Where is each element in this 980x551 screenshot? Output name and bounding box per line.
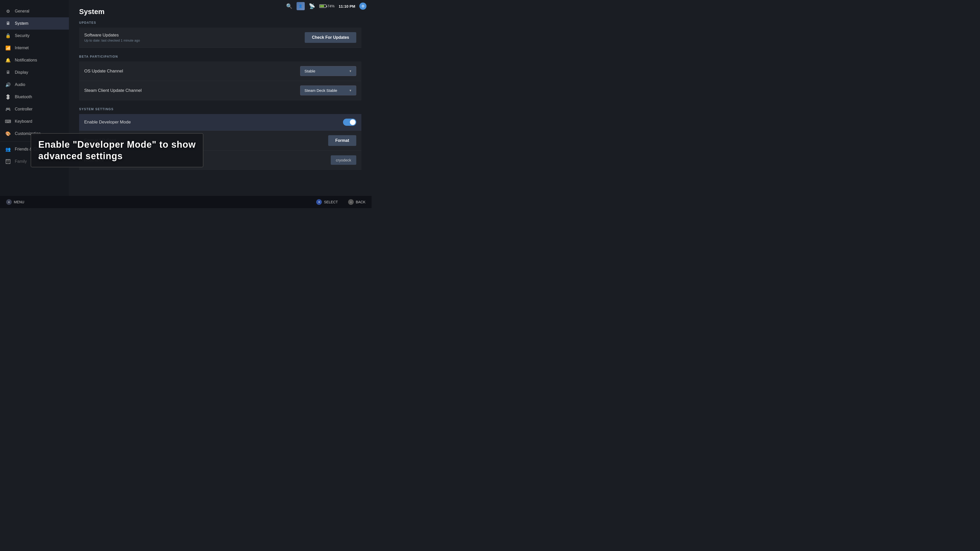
tooltip-text: Enable "Developer Mode" to showadvanced … <box>38 139 196 162</box>
steam-client-dropdown[interactable]: Steam Deck Stable ▼ <box>300 86 356 95</box>
check-updates-button[interactable]: Check For Updates <box>305 32 356 43</box>
bluetooth-icon <box>5 94 11 100</box>
sidebar-label-general: General <box>15 9 29 14</box>
hostname-value: cryodeck <box>331 156 356 165</box>
audio-icon: 🔊 <box>5 82 11 87</box>
sidebar-item-system[interactable]: 🖥 System <box>0 17 69 30</box>
x-icon: ✕ <box>316 199 322 205</box>
menu-label: MENU <box>14 200 24 204</box>
os-channel-row: OS Update Channel Stable ▼ <box>79 62 361 81</box>
sidebar-item-controller[interactable]: 🎮 Controller <box>0 103 69 115</box>
stream-icon: 📡 <box>309 3 315 9</box>
select-label: SELECT <box>324 200 338 204</box>
os-channel-value: Stable <box>304 69 315 73</box>
format-button[interactable]: Format <box>328 135 356 146</box>
sidebar-item-notifications[interactable]: 🔔 Notifications <box>0 54 69 66</box>
menu-action[interactable]: ≡ MENU <box>6 199 24 205</box>
battery-icon <box>319 4 326 8</box>
back-action[interactable]: ○ BACK <box>348 199 366 205</box>
sidebar-label-controller: Controller <box>15 107 32 111</box>
sidebar-label-system: System <box>15 21 28 26</box>
system-settings-header: SYSTEM SETTINGS <box>79 107 361 111</box>
sidebar-label-audio: Audio <box>15 83 25 87</box>
select-action[interactable]: ✕ SELECT <box>316 199 338 205</box>
display-icon: 🖥 <box>5 70 11 75</box>
playstation-menu-icon: ≡ <box>6 199 12 205</box>
avatar[interactable]: 👤 <box>297 2 305 10</box>
sidebar-item-general[interactable]: ⚙ General <box>0 5 69 17</box>
steam-client-channel-label: Steam Client Update Channel <box>84 88 142 93</box>
internet-icon: 📶 <box>5 45 11 51</box>
developer-mode-label: Enable Developer Mode <box>84 120 130 125</box>
software-updates-label: Software Updates <box>84 33 140 38</box>
clock: 11:10 PM <box>339 4 355 8</box>
security-icon: 🔒 <box>5 33 11 38</box>
sidebar-label-notifications: Notifications <box>15 58 37 62</box>
customization-icon: 🎨 <box>5 131 11 137</box>
battery-indicator: 74% <box>319 4 334 8</box>
sidebar: ⚙ General 🖥 System 🔒 Security 📶 Internet… <box>0 0 69 208</box>
sidebar-label-family: Family <box>15 159 27 164</box>
sidebar-item-internet[interactable]: 📶 Internet <box>0 42 69 54</box>
updates-section-header: UPDATES <box>79 21 361 24</box>
sidebar-label-keyboard: Keyboard <box>15 119 32 124</box>
back-label: BACK <box>356 200 366 204</box>
keyboard-icon: ⌨ <box>5 119 11 124</box>
sidebar-item-display[interactable]: 🖥 Display <box>0 66 69 79</box>
software-updates-row: Software Updates Up to date: last checke… <box>79 27 361 48</box>
steam-icon[interactable]: ⚙ <box>360 3 366 10</box>
bottombar: ≡ MENU ✕ SELECT ○ BACK <box>0 196 372 208</box>
developer-mode-tooltip: Enable "Developer Mode" to showadvanced … <box>30 133 204 167</box>
system-icon: 🖥 <box>5 21 11 26</box>
circle-icon: ○ <box>348 199 354 205</box>
sidebar-item-security[interactable]: 🔒 Security <box>0 30 69 42</box>
sidebar-label-security: Security <box>15 33 30 38</box>
friends-icon: 👥 <box>5 146 11 152</box>
software-updates-sublabel: Up to date: last checked 1 minute ago <box>84 38 140 42</box>
steam-client-value: Steam Deck Stable <box>304 88 337 93</box>
family-icon: 👨‍👩‍👧 <box>5 159 11 164</box>
controller-icon: 🎮 <box>5 106 11 112</box>
developer-mode-toggle[interactable] <box>343 119 356 126</box>
notifications-icon: 🔔 <box>5 57 11 63</box>
sidebar-label-internet: Internet <box>15 46 29 50</box>
sidebar-item-bluetooth[interactable]: Bluetooth <box>0 91 69 103</box>
toggle-knob <box>350 119 355 125</box>
search-icon[interactable]: 🔍 <box>286 3 293 9</box>
beta-section-header: BETA PARTICIPATION <box>79 55 361 59</box>
battery-percent: 74% <box>328 4 334 8</box>
sidebar-item-keyboard[interactable]: ⌨ Keyboard <box>0 115 69 127</box>
topbar: 🔍 👤 📡 74% 11:10 PM ⚙ <box>286 0 372 12</box>
os-channel-label: OS Update Channel <box>84 68 123 74</box>
developer-mode-row: Enable Developer Mode <box>79 114 361 130</box>
sidebar-label-display: Display <box>15 70 28 75</box>
os-channel-dropdown[interactable]: Stable ▼ <box>300 66 356 76</box>
chevron-down-icon-2: ▼ <box>349 89 352 92</box>
sidebar-label-bluetooth: Bluetooth <box>15 95 32 99</box>
general-icon: ⚙ <box>5 8 11 14</box>
steam-client-channel-row: Steam Client Update Channel Steam Deck S… <box>79 81 361 100</box>
sidebar-item-audio[interactable]: 🔊 Audio <box>0 79 69 91</box>
chevron-down-icon: ▼ <box>349 69 352 73</box>
